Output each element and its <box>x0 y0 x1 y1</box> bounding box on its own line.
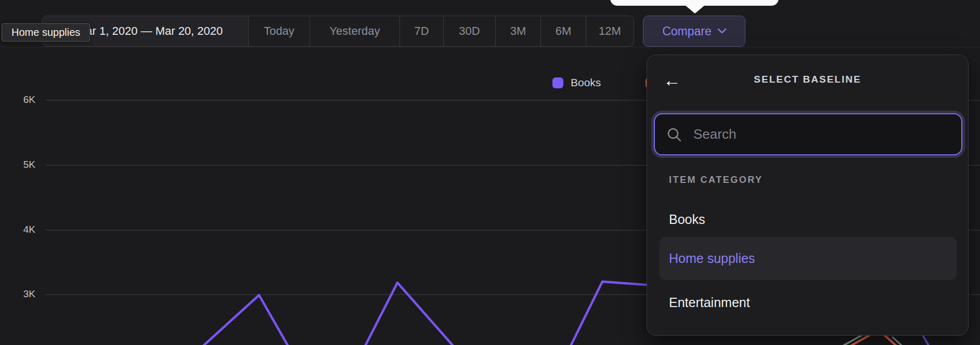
preset-today-button[interactable]: Today <box>248 16 310 46</box>
y-tick-3k: 3K <box>4 288 35 300</box>
hover-card-remnant <box>610 0 779 6</box>
hover-card-arrow <box>685 5 705 14</box>
select-baseline-panel: ← SELECT BASELINE ITEM CATEGORY Books Ho… <box>647 55 969 336</box>
preset-3m-button[interactable]: 3M <box>495 16 540 46</box>
baseline-option-home-supplies[interactable]: Home supplies <box>660 237 957 280</box>
item-category-section-label: ITEM CATEGORY <box>669 175 763 185</box>
preset-yesterday-button[interactable]: Yesterday <box>310 16 399 46</box>
books-line-stub-fall[interactable] <box>923 335 930 345</box>
preset-12m-button[interactable]: 12M <box>586 16 634 46</box>
baseline-option-entertainment[interactable]: Entertainment <box>647 291 968 314</box>
y-tick-4k: 4K <box>4 224 35 235</box>
compare-button[interactable]: Compare <box>643 16 745 47</box>
baseline-option-books[interactable]: Books <box>647 208 968 231</box>
preset-7d-button[interactable]: 7D <box>399 16 443 46</box>
previous-period-line-stub <box>841 335 862 345</box>
preset-30d-button[interactable]: 30D <box>443 16 495 46</box>
panel-title: SELECT BASELINE <box>647 74 968 85</box>
y-tick-6k: 6K <box>4 94 35 105</box>
legend-books-label: Books <box>571 76 601 89</box>
compare-button-label: Compare <box>662 24 712 38</box>
y-tick-5k: 5K <box>4 159 35 170</box>
dashboard-root: Mar 1, 2020 — Mar 20, 2020 Today Yesterd… <box>0 0 980 345</box>
series-tooltip: Home supplies <box>2 23 90 42</box>
chevron-down-icon <box>718 29 726 34</box>
books-swatch-icon <box>552 77 563 88</box>
search-icon <box>666 127 682 142</box>
date-range-toolbar: Mar 1, 2020 — Mar 20, 2020 Today Yesterd… <box>42 16 634 47</box>
series-tooltip-label: Home supplies <box>11 26 80 38</box>
date-range-label: Mar 1, 2020 — Mar 20, 2020 <box>76 24 223 38</box>
baseline-search-box[interactable] <box>654 113 962 155</box>
preset-6m-button[interactable]: 6M <box>540 16 586 46</box>
legend-item-books[interactable]: Books <box>552 76 601 89</box>
baseline-search-input[interactable] <box>693 126 951 142</box>
books-series-line[interactable] <box>156 282 652 345</box>
